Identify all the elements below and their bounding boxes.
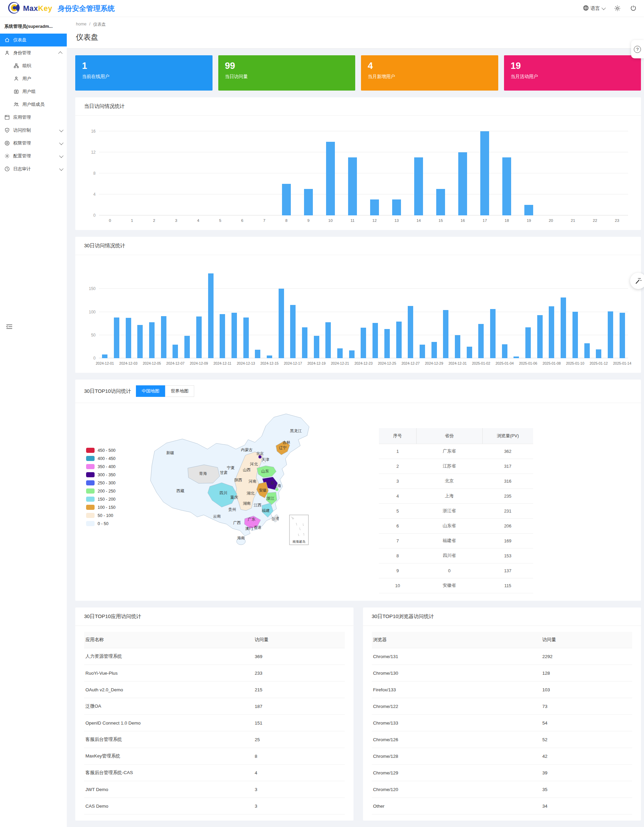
audit-icon: [5, 166, 10, 172]
bar: [458, 152, 467, 215]
legend-item[interactable]: 450 - 500: [86, 448, 131, 453]
panel-top10-browsers: 30日TOP10浏览器访问统计 浏览器访问量Chrome/1312292Chro…: [363, 607, 641, 821]
stat-card-2: 4当月新增用户: [361, 55, 498, 91]
org-icon: [14, 63, 19, 69]
sidebar-item-7[interactable]: 访问控制: [0, 124, 67, 137]
sidebar-item-label: 日志审计: [13, 166, 31, 172]
y-tick-label: 150: [82, 286, 96, 291]
bar: [173, 345, 178, 358]
bar: [126, 318, 131, 358]
column-header: 浏览器: [372, 632, 541, 648]
legend-item[interactable]: 100 - 150: [86, 505, 131, 510]
sidebar-item-8[interactable]: 权限管理: [0, 137, 67, 150]
svg-text:山西: 山西: [243, 468, 251, 472]
x-tick-label: 4: [197, 218, 199, 223]
table-row: Other34: [372, 798, 633, 815]
breadcrumb-current: 仪表盘: [93, 22, 106, 28]
language-switcher[interactable]: 语言: [583, 5, 605, 12]
current-user-label: 系统管理员(superadm...: [0, 19, 67, 34]
x-tick-label: 10: [328, 218, 333, 223]
svg-text:浙江: 浙江: [266, 496, 275, 500]
table-row: Chrome/12842: [372, 748, 633, 765]
y-tick-label: 100: [82, 310, 96, 314]
bar: [267, 356, 272, 358]
breadcrumb: home / 仪表盘: [76, 22, 644, 28]
svg-text:青海: 青海: [199, 471, 207, 476]
x-tick-label: 2025-01-10: [566, 361, 584, 365]
legend-item[interactable]: 400 - 450: [86, 456, 131, 461]
legend-label: 250 - 300: [98, 481, 115, 485]
sidebar-item-label: 用户组: [22, 89, 36, 95]
sidebar-menu: 仪表盘身份管理组织用户用户组用户组成员应用管理访问控制权限管理配置管理日志审计: [0, 34, 67, 175]
settings-button[interactable]: [614, 5, 621, 11]
x-tick-label: 2024-12-09: [190, 361, 208, 365]
table-row: 5浙江省231: [379, 503, 533, 518]
x-tick-label: 2024-12-25: [378, 361, 396, 365]
china-map: 新疆西藏青海内蒙古黑龙江吉林辽宁北京天津河北山西山东宁夏甘肃陕西河南江苏安徽上海…: [131, 411, 348, 593]
chevron-down-icon: [59, 166, 64, 171]
x-tick-label: 2024-12-11: [213, 361, 232, 365]
sidebar-item-10[interactable]: 日志审计: [0, 162, 67, 175]
x-tick-label: 2025-01-02: [472, 361, 490, 365]
help-widget[interactable]: ?: [631, 40, 644, 58]
legend-swatch: [86, 513, 95, 518]
magic-wand-button[interactable]: [630, 273, 644, 289]
sidebar-item-label: 权限管理: [13, 140, 31, 146]
stat-card-0: 1当前在线用户: [75, 55, 213, 91]
bar: [372, 323, 378, 358]
sidebar-item-3[interactable]: 用户: [0, 72, 67, 85]
legend-item[interactable]: 0 - 50: [86, 521, 131, 526]
chevron-down-icon: [59, 140, 64, 145]
sidebar-item-2[interactable]: 组织: [0, 59, 67, 72]
sidebar-item-5[interactable]: 用户组成员: [0, 98, 67, 111]
legend-item[interactable]: 200 - 250: [86, 488, 131, 493]
stat-card-3: 19当月活动用户: [504, 55, 641, 91]
legend-item[interactable]: 150 - 200: [86, 496, 131, 502]
bar: [443, 310, 448, 358]
bar: [436, 189, 445, 215]
logout-button[interactable]: [630, 5, 636, 11]
legend-item[interactable]: 250 - 300: [86, 480, 131, 485]
x-tick-label: 2025-01-04: [496, 361, 514, 365]
svg-text:山东: 山东: [261, 469, 269, 473]
tab-china-map[interactable]: 中国地图: [136, 385, 165, 397]
stat-label: 当月新增用户: [368, 73, 492, 80]
panel-title: 30日TOP10浏览器访问统计: [363, 607, 641, 626]
stat-label: 当日访问量: [225, 73, 349, 80]
sidebar-item-0[interactable]: 仪表盘: [0, 34, 67, 47]
bar: [384, 329, 390, 358]
bar: [208, 273, 213, 358]
tab-world-map[interactable]: 世界地图: [165, 385, 194, 397]
x-tick-label: 1: [131, 218, 133, 223]
table-row: CAS Demo3: [84, 798, 345, 815]
app-visits-table: 应用名称访问量人力资源管理系统369RuoYi-Vue-Plus233OAuth…: [84, 632, 345, 815]
bar: [502, 158, 511, 215]
region-pv-table: 序号省份浏览量(PV)1广东省3622江苏省3173北京3164上海2355浙江…: [379, 428, 533, 593]
legend-item[interactable]: 300 - 350: [86, 472, 131, 477]
x-tick-label: 7: [263, 218, 265, 223]
legend-swatch: [86, 480, 95, 485]
bar: [149, 322, 154, 358]
members-icon: [14, 102, 19, 107]
table-row: 6山东省206: [379, 518, 533, 533]
panel-30day-visits: 30日访问情况统计 0501001502024-12-012024-12-032…: [75, 237, 641, 373]
bar: [196, 317, 202, 358]
svg-text:台湾: 台湾: [272, 516, 280, 521]
sidebar-item-9[interactable]: 配置管理: [0, 150, 67, 162]
svg-text:海南: 海南: [237, 536, 245, 540]
sidebar-item-4[interactable]: 用户组: [0, 85, 67, 98]
x-tick-label: 20: [549, 218, 553, 223]
legend-label: 200 - 250: [98, 489, 115, 493]
menu-fold-icon[interactable]: [6, 324, 12, 331]
sidebar-item-1[interactable]: 身份管理: [0, 47, 67, 59]
legend-item[interactable]: 350 - 400: [86, 464, 131, 469]
bar: [525, 327, 531, 358]
bar: [524, 205, 533, 215]
breadcrumb-home[interactable]: home: [76, 22, 86, 28]
top-bar: MaxKey 身份安全管理系统 语言: [0, 0, 644, 17]
svg-text:安徽: 安徽: [259, 488, 267, 492]
sidebar-item-6[interactable]: 应用管理: [0, 111, 67, 124]
bar: [348, 158, 357, 215]
legend-item[interactable]: 50 - 100: [86, 513, 131, 518]
bar: [596, 350, 601, 358]
